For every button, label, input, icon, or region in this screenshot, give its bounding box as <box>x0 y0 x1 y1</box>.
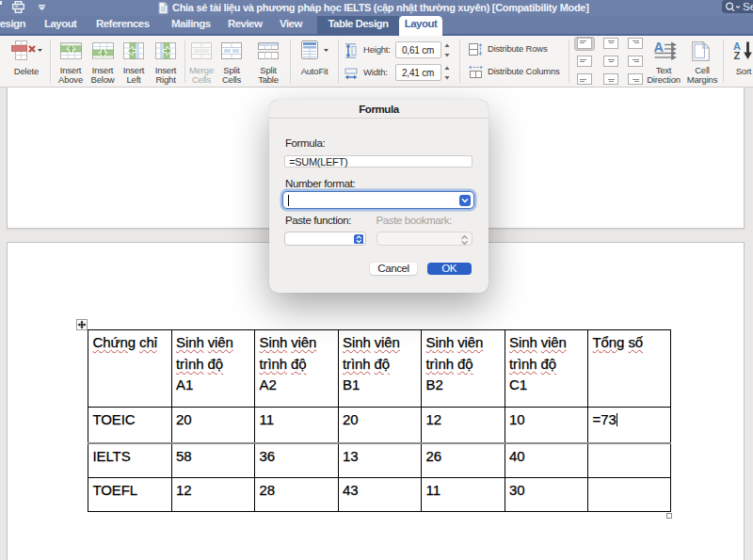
svg-text:A: A <box>654 40 665 55</box>
svg-text:Z: Z <box>734 50 741 60</box>
